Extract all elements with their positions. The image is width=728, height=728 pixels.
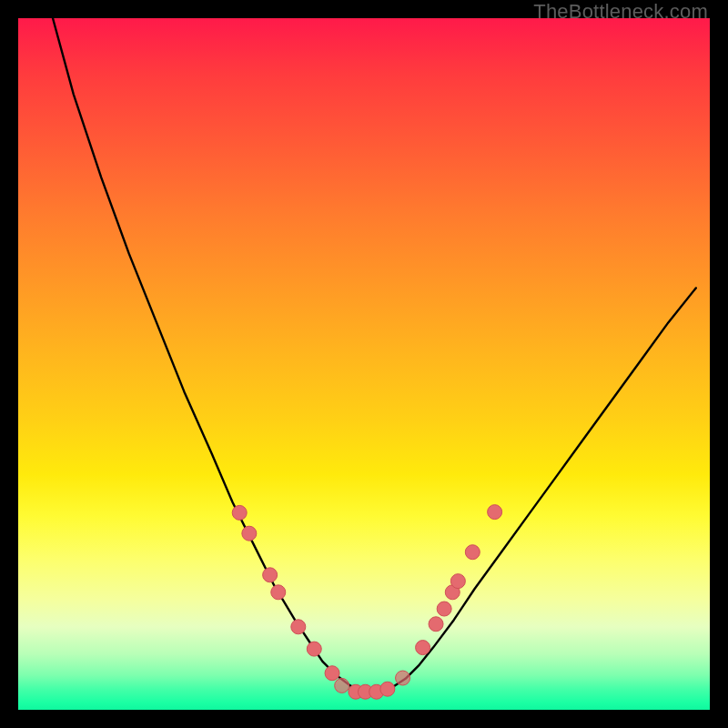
data-marker — [307, 642, 321, 656]
data-marker — [416, 641, 430, 655]
data-marker — [380, 682, 395, 696]
data-marker — [465, 545, 480, 560]
data-marker — [396, 671, 410, 685]
plot-area — [18, 18, 710, 710]
data-marker — [263, 568, 278, 582]
bottleneck-curve — [53, 18, 696, 692]
data-marker — [232, 505, 247, 520]
data-marker — [325, 666, 339, 681]
brand-watermark: TheBottleneck.com — [533, 0, 708, 24]
data-marker — [437, 602, 451, 616]
data-marker — [271, 585, 286, 600]
curve-svg — [18, 18, 710, 710]
data-marker — [488, 505, 502, 520]
data-marker — [242, 526, 257, 541]
data-marker — [450, 574, 465, 589]
chart-frame: TheBottleneck.com — [0, 0, 728, 728]
data-marker — [429, 617, 443, 632]
data-marker — [291, 620, 306, 634]
data-marker — [335, 678, 349, 693]
